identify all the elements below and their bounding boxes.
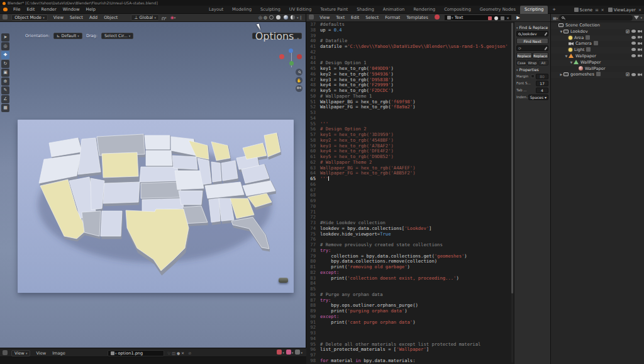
eyedropper-icon[interactable]	[544, 46, 547, 50]
text-menu-select[interactable]: Select	[362, 14, 382, 22]
image-browse-icons[interactable]: ♡ ◫ ● ✕	[167, 351, 184, 355]
hide-viewport-eye-icon[interactable]	[631, 73, 636, 76]
find-input[interactable]: lookdev	[516, 31, 548, 37]
scene-new-icon[interactable]: ⊞	[595, 8, 598, 12]
workspace-tab-texture-paint[interactable]: Texture Paint	[316, 6, 352, 14]
code-line[interactable]: 83 print('collection doesnt exist, proce…	[306, 276, 512, 282]
code-line[interactable]: 93	[306, 331, 512, 336]
channel-icon-red[interactable]	[277, 350, 282, 355]
replace-input[interactable]: ⟳	[516, 45, 548, 51]
code-line[interactable]: 91 print('cant purge orphan data')	[306, 320, 512, 326]
open-text-icon[interactable]	[501, 16, 504, 20]
exclude-checkbox[interactable]: ✓	[626, 72, 630, 76]
channel-icon-pink[interactable]	[286, 350, 291, 355]
camera-view-button[interactable]	[296, 85, 303, 92]
display-settings-icon[interactable]	[295, 350, 300, 355]
code-line[interactable]: 98for material in bpy.data.materials:	[306, 358, 512, 364]
outliner-row-scene-collection[interactable]: Scene Collection	[551, 23, 644, 29]
code-line[interactable]: 69	[306, 198, 512, 204]
code-line[interactable]: 92	[306, 325, 512, 331]
mode-dropdown[interactable]: Object Mode ▾	[11, 14, 48, 21]
code-line[interactable]: 84	[306, 281, 512, 287]
workspace-tab-modeling[interactable]: Modeling	[228, 6, 256, 14]
shading-rendered-icon[interactable]	[291, 15, 295, 20]
transform-orientation-dropdown[interactable]: ⊥ Global ▾	[131, 14, 158, 21]
hide-viewport-eye-icon[interactable]	[631, 48, 636, 51]
workspace-tab-sculpting[interactable]: Sculpting	[256, 6, 285, 14]
outliner-row-light[interactable]: Light	[551, 47, 644, 54]
gizmo-z-axis[interactable]	[289, 48, 293, 53]
show-overlays-icon[interactable]: ◍	[264, 15, 267, 20]
replace-all-button[interactable]: Replace...	[533, 52, 548, 59]
fake-user-icon[interactable]	[488, 16, 492, 20]
pan-button[interactable]: ✋	[296, 77, 303, 84]
code-scrollbar[interactable]	[511, 23, 513, 363]
find-replace-panel-header[interactable]: ▾ Find & Replace	[516, 25, 548, 30]
hide-viewport-eye-icon[interactable]	[631, 36, 636, 39]
text-menu-edit[interactable]: Edit	[348, 14, 362, 22]
menu-render[interactable]: Render	[38, 6, 60, 14]
add-workspace-button[interactable]: +	[548, 6, 560, 14]
filter-icon[interactable]	[634, 16, 639, 20]
outliner-row-lookdev[interactable]: ▼Lookdev✓	[551, 29, 644, 35]
outliner-row-wallpaper[interactable]: ▼Wallpaper	[551, 54, 644, 60]
editor-type-icon-text[interactable]	[309, 14, 314, 20]
unlink-text-icon[interactable]: ✕	[506, 16, 509, 20]
prop-tab[interactable]: Tab ...4	[516, 87, 548, 93]
disable-render-camera-icon[interactable]	[638, 42, 642, 45]
options-dropdown[interactable]: Options ▾	[252, 33, 302, 39]
workspace-tab-geometry-nodes[interactable]: Geometry Nodes	[475, 6, 520, 14]
rotate-tool[interactable]: ↻	[1, 60, 9, 68]
menu-help[interactable]: Help	[83, 6, 99, 14]
code-line[interactable]: 75lookdev.hide_viewport=True	[306, 232, 512, 237]
shading-wireframe-icon[interactable]	[269, 15, 274, 20]
toggle-all[interactable]: All	[538, 60, 548, 65]
transform-tool[interactable]: ⊕	[1, 77, 9, 86]
image-datablock[interactable]: ▾ option1.png	[108, 350, 164, 356]
prop-margin[interactable]: Margin80	[516, 73, 548, 79]
editor-type-icon-image[interactable]	[3, 350, 8, 355]
menu-edit[interactable]: Edit	[23, 6, 38, 14]
gizmo-x-axis-neg[interactable]	[279, 54, 284, 59]
viewlayer-selector[interactable]: ViewLayer	[614, 8, 636, 13]
code-line[interactable]: 66	[306, 182, 512, 188]
code-line[interactable]: 41datafile ='C:\\dev\\Yahoo\\DataVizDev\…	[306, 44, 512, 50]
hide-viewport-eye-icon[interactable]	[631, 42, 636, 45]
viewport-menu-select[interactable]: Select	[67, 14, 86, 22]
disable-render-camera-icon[interactable]	[638, 48, 642, 51]
blender-menu-icon[interactable]	[3, 8, 8, 11]
drag-dropdown[interactable]: Select Cir... ▾	[101, 33, 133, 39]
annotate-tool[interactable]: ✎	[1, 86, 9, 94]
outliner-row-geomeshes[interactable]: ▶geomeshes✓	[551, 72, 644, 78]
workspace-tab-shading[interactable]: Shading	[352, 6, 379, 14]
find-next-button[interactable]: Find Next	[516, 38, 548, 44]
code-line[interactable]: 54	[306, 116, 512, 122]
toggle-case[interactable]: Case	[516, 60, 526, 65]
filter-dropdown[interactable]: ▾	[640, 16, 642, 20]
prop-fonts[interactable]: Font S...17	[516, 80, 548, 86]
workspace-tab-scripting[interactable]: Scripting	[520, 6, 548, 14]
hide-viewport-eye-icon[interactable]	[631, 30, 636, 33]
show-gizmo-icon[interactable]: ◎	[258, 15, 262, 20]
viewlayer-remove-icon[interactable]: ✕	[638, 8, 641, 12]
text-menu-templates[interactable]: Templates	[403, 14, 431, 22]
run-script-button[interactable]: ▶	[516, 15, 519, 20]
code-line[interactable]: 53	[306, 110, 512, 116]
move-tool[interactable]: ✚	[1, 51, 9, 59]
code-line[interactable]: 52Wallpaper_FG = hex_to_rgb('f8a9a2')	[306, 105, 512, 110]
cursor-tool[interactable]: ◎	[1, 42, 9, 50]
text-menu-format[interactable]: Format	[382, 14, 403, 22]
outliner-display-mode-dropdown[interactable]: ▤▾	[553, 16, 558, 20]
code-line[interactable]: 38up = 0.4	[306, 28, 512, 33]
gizmo-y-axis[interactable]	[289, 61, 294, 65]
disable-render-camera-icon[interactable]	[638, 30, 642, 33]
disable-render-camera-icon[interactable]	[638, 73, 642, 76]
exclude-checkbox[interactable]: ✓	[626, 30, 630, 33]
text-menu-view[interactable]: View	[316, 14, 333, 22]
code-line[interactable]: 86# Purge any orphan data	[306, 292, 512, 298]
image-mode-dropdown[interactable]: View ▾	[11, 350, 30, 356]
snap-icon[interactable]: U	[162, 14, 165, 22]
outliner-row-camera[interactable]: Camera	[551, 41, 644, 47]
code-line[interactable]: 65'''	[306, 176, 512, 182]
text-datablock[interactable]: ▾ Text ✕	[444, 14, 512, 21]
